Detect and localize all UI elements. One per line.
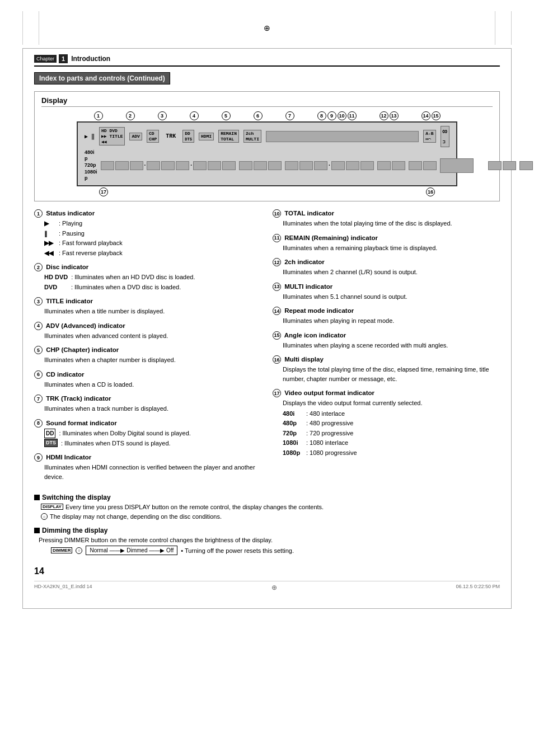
display-title: Display — [41, 96, 493, 107]
indicator-disc: 2 Disc indicator HD DVD : Illuminates wh… — [34, 263, 261, 292]
chapter-label: Chapter — [34, 55, 57, 63]
dimmer-flow-box: Normal ——▶ Dimmed ——▶ Off — [86, 546, 177, 555]
section-title: Index to parts and controls (Continued) — [34, 72, 170, 84]
indicator-cd: 6 CD indicator Illuminates when a CD is … — [34, 370, 261, 389]
switching-display-heading: Switching the display — [34, 494, 500, 501]
dimming-display-heading: Dimming the display — [34, 527, 500, 534]
indicator-title: 3 TITLE indicator Illuminates when a tit… — [34, 297, 261, 316]
chapter-header: Chapter 1 Introduction — [34, 54, 500, 67]
panel-label-row: ▶ ‖ HD DVD▶▶ TITLE◀◀ ADV CDCHP TRK DDDTS… — [85, 126, 449, 147]
indicator-remain: 11 REMAIN (Remaining) indicator Illumina… — [273, 234, 500, 253]
indicator-adv: 4 ADV (Advanced) indicator Illuminates w… — [34, 322, 261, 341]
page-number: 14 — [34, 566, 500, 576]
dimming-display-section: Dimming the display Pressing DIMMER butt… — [34, 527, 500, 555]
black-square-icon-2 — [34, 528, 40, 533]
indicator-status: 1 Status indicator ▶ : Playing ‖ : Pausi… — [34, 209, 261, 257]
panel-digit-row: 480i p 720p 1080i p · · — [85, 149, 449, 182]
chapter-title: Introduction — [71, 55, 110, 63]
dimmer-icon: DIMMER — [51, 547, 72, 553]
circle-nums-bottom: 17 16 — [77, 187, 457, 196]
indicator-hdmi: 9 HDMI Indicator Illuminates when HDMI c… — [34, 453, 261, 481]
display-panel: ▶ ‖ HD DVD▶▶ TITLE◀◀ ADV CDCHP TRK DDDTS… — [77, 121, 457, 186]
indicator-trk: 7 TRK (Track) indicator Illuminates when… — [34, 395, 261, 414]
section-title-bar: Index to parts and controls (Continued) — [34, 72, 500, 91]
dimming-desc: Pressing DIMMER button on the remote con… — [34, 537, 500, 543]
indicator-video-output: 17 Video output format indicator Display… — [273, 389, 500, 457]
dimmer-flow-row: DIMMER ○ Normal ——▶ Dimmed ——▶ Off • Tur… — [34, 546, 500, 555]
indicator-repeat: 14 Repeat mode indicator Illuminates whe… — [273, 307, 500, 326]
footer: HD-XA2KN_01_E.indd 14 ⊕ 06.12.5 0:22:50 … — [34, 581, 500, 591]
switching-display-section: Switching the display DISPLAY Every time… — [34, 494, 500, 521]
indicators-left: 1 Status indicator ▶ : Playing ‖ : Pausi… — [34, 209, 261, 487]
switching-display-notes: DISPLAY Every time you press DISPLAY but… — [34, 504, 500, 521]
indicators-right: 10 TOTAL indicator Illuminates when the … — [273, 209, 500, 487]
indicator-total: 10 TOTAL indicator Illuminates when the … — [273, 209, 500, 228]
dimmer-circle-icon: ○ — [76, 547, 82, 554]
indicators-section: 1 Status indicator ▶ : Playing ‖ : Pausi… — [34, 209, 500, 487]
indicator-multidisplay: 16 Multi display Displays the total play… — [273, 355, 500, 383]
indicator-2ch: 12 2ch indicator Illuminates when 2 chan… — [273, 258, 500, 277]
dimmer-note: • Turning off the power resets this sett… — [181, 547, 294, 554]
indicator-angle: 15 Angle icon indicator Illuminates when… — [273, 331, 500, 350]
display-icon: DISPLAY — [41, 504, 63, 510]
footer-right: 06.12.5 0:22:50 PM — [456, 584, 500, 591]
circle-note-icon: ○ — [41, 513, 48, 520]
black-square-icon — [34, 495, 40, 500]
indicator-multi: 13 MULTI indicator Illuminates when 5.1 … — [273, 283, 500, 302]
indicator-chp: 5 CHP (Chapter) indicator Illuminates wh… — [34, 346, 261, 365]
chapter-number: 1 — [59, 54, 68, 63]
footer-left: HD-XA2KN_01_E.indd 14 — [34, 584, 92, 591]
display-section: Display 1 2 3 4 5 6 7 8 9 10 11 12 13 14… — [34, 91, 500, 201]
indicator-sound: 8 Sound format indicator DD : Illuminate… — [34, 419, 261, 448]
circle-nums-top: 1 2 3 4 5 6 7 8 9 10 11 12 13 14 15 — [77, 111, 457, 120]
